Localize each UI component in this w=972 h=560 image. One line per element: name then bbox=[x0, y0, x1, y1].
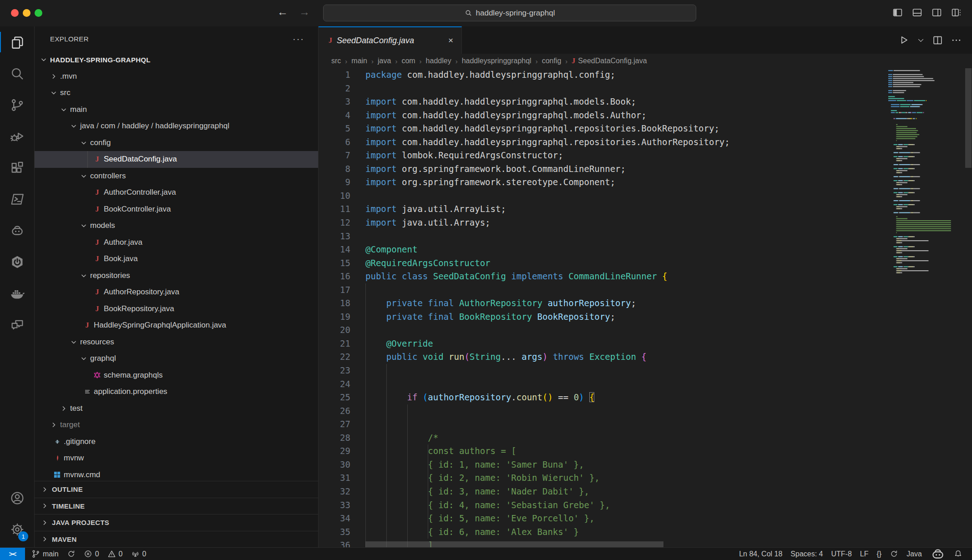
code-line-5[interactable]: 5import com.haddley.haddleyspringgraphql… bbox=[319, 122, 972, 136]
code-line-9[interactable]: 9import org.springframework.stereotype.C… bbox=[319, 176, 972, 189]
back-arrow-icon[interactable]: ← bbox=[277, 5, 289, 18]
tree-item-bookrepository-java[interactable]: JBookRepository.java bbox=[35, 301, 318, 318]
code-line-32[interactable]: 32 { id: 3, name: 'Nader Dabit' }, bbox=[319, 485, 972, 499]
toggle-sidebar-icon[interactable] bbox=[892, 7, 903, 18]
section-maven[interactable]: MAVEN bbox=[35, 531, 318, 548]
tree-item-authorrepository-java[interactable]: JAuthorRepository.java bbox=[35, 284, 318, 301]
code-line-28[interactable]: 28 /* bbox=[319, 431, 972, 445]
minimize-window-button[interactable] bbox=[23, 9, 30, 17]
tree-item-schema-graphqls[interactable]: schema.graphqls bbox=[35, 367, 318, 384]
code-line-1[interactable]: 1package com.haddley.haddleyspringgraphq… bbox=[319, 68, 972, 82]
activity-item-docker[interactable] bbox=[0, 277, 34, 309]
toggle-secondary-sidebar-icon[interactable] bbox=[931, 7, 942, 18]
status-ports[interactable]: 0 bbox=[127, 550, 151, 558]
minimap[interactable] bbox=[886, 68, 964, 275]
tree-item-models[interactable]: models bbox=[35, 217, 318, 234]
code-line-3[interactable]: 3import com.haddley.haddleyspringgraphql… bbox=[319, 95, 972, 109]
tab-seeddataconfig[interactable]: J SeedDataConfig.java × bbox=[319, 26, 462, 54]
section-java-projects[interactable]: JAVA PROJECTS bbox=[35, 514, 318, 531]
section-outline[interactable]: OUTLINE bbox=[35, 481, 318, 498]
breadcrumb-item-config[interactable]: config bbox=[542, 57, 562, 65]
code-line-34[interactable]: 34 { id: 5, name: 'Eve Porcello' }, bbox=[319, 512, 972, 525]
code-line-12[interactable]: 12import java.util.Arrays; bbox=[319, 216, 972, 230]
toggle-panel-icon[interactable] bbox=[911, 7, 923, 18]
horizontal-scrollbar[interactable] bbox=[365, 541, 663, 547]
status-git-branch[interactable]: main bbox=[27, 550, 63, 558]
section-timeline[interactable]: TIMELINE bbox=[35, 498, 318, 515]
status-cursor-position[interactable]: Ln 84, Col 18 bbox=[735, 550, 786, 558]
activity-item-copilot[interactable] bbox=[0, 215, 34, 246]
activity-item-comments[interactable] bbox=[0, 309, 34, 340]
zoom-window-button[interactable] bbox=[35, 9, 42, 17]
tree-item--gitignore[interactable]: .gitignore bbox=[35, 434, 318, 450]
more-actions-button[interactable] bbox=[951, 35, 962, 46]
code-editor[interactable]: 1package com.haddley.haddleyspringgraphq… bbox=[319, 68, 972, 547]
code-line-20[interactable]: 20 bbox=[319, 323, 972, 337]
tree-item-seeddataconfig-java[interactable]: JSeedDataConfig.java bbox=[35, 151, 318, 168]
breadcrumb-item-haddley[interactable]: haddley bbox=[426, 57, 451, 65]
code-line-19[interactable]: 19 private final BookRepository BookRepo… bbox=[319, 310, 972, 324]
tree-item-test[interactable]: test bbox=[35, 400, 318, 417]
status-problems-warnings[interactable]: 0 bbox=[103, 550, 127, 558]
code-line-15[interactable]: 15@RequiredArgsConstructor bbox=[319, 257, 972, 270]
activity-item-accounts[interactable] bbox=[0, 482, 35, 514]
activity-item-spring-boot[interactable] bbox=[0, 246, 34, 277]
code-line-11[interactable]: 11import java.util.ArrayList; bbox=[319, 202, 972, 216]
breadcrumb-item-main[interactable]: main bbox=[351, 57, 367, 65]
activity-item-search[interactable] bbox=[0, 58, 34, 89]
customize-layout-icon[interactable] bbox=[951, 7, 962, 18]
tree-item-repositories[interactable]: repositories bbox=[35, 267, 318, 284]
tree-item--mvn[interactable]: .mvn bbox=[35, 68, 318, 85]
tree-item-target[interactable]: target bbox=[35, 417, 318, 434]
activity-item-explorer[interactable] bbox=[0, 26, 34, 58]
tree-item-resources[interactable]: resources bbox=[35, 334, 318, 351]
status-java-server-status[interactable] bbox=[886, 550, 902, 558]
tree-item-java-com-haddley-haddleyspringgraphql[interactable]: java / com / haddley / haddleyspringgrap… bbox=[35, 118, 318, 135]
activity-item-run-and-debug[interactable] bbox=[0, 121, 34, 152]
breadcrumb-item-java[interactable]: java bbox=[378, 57, 391, 65]
close-window-button[interactable] bbox=[11, 9, 19, 17]
explorer-more-actions-icon[interactable]: ··· bbox=[293, 34, 304, 44]
breadcrumb-item-src[interactable]: src bbox=[331, 57, 341, 65]
breadcrumb-item-haddleyspringgraphql[interactable]: haddleyspringgraphql bbox=[462, 57, 532, 65]
status-language-java[interactable]: Java bbox=[902, 550, 926, 558]
code-line-21[interactable]: 21 @Override bbox=[319, 337, 972, 351]
code-line-18[interactable]: 18 private final AuthorRepository author… bbox=[319, 297, 972, 310]
status-eol[interactable]: LF bbox=[856, 550, 873, 558]
activity-item-terminal[interactable] bbox=[0, 183, 34, 215]
tree-item-config[interactable]: config bbox=[35, 135, 318, 151]
status-copilot-status[interactable] bbox=[926, 546, 950, 560]
tree-item-haddleyspringgraphqlapplication-java[interactable]: JHaddleySpringGraphqlApplication.java bbox=[35, 317, 318, 334]
tree-item-main[interactable]: main bbox=[35, 101, 318, 118]
code-line-2[interactable]: 2 bbox=[319, 82, 972, 96]
code-line-6[interactable]: 6import com.haddley.haddleyspringgraphql… bbox=[319, 136, 972, 149]
tree-item-book-java[interactable]: JBook.java bbox=[35, 251, 318, 267]
code-line-33[interactable]: 33 { id: 4, name: 'Sebastian Grebe' }, bbox=[319, 499, 972, 512]
code-line-17[interactable]: 17 bbox=[319, 283, 972, 297]
split-editor-button[interactable] bbox=[932, 35, 943, 46]
code-line-10[interactable]: 10 bbox=[319, 189, 972, 203]
code-line-22[interactable]: 22 public void run(String... args) throw… bbox=[319, 350, 972, 364]
close-tab-icon[interactable]: × bbox=[448, 35, 453, 45]
vertical-scrollbar[interactable] bbox=[965, 68, 972, 168]
run-dropdown-button[interactable] bbox=[917, 36, 925, 44]
forward-arrow-icon[interactable]: → bbox=[299, 5, 310, 18]
tree-item-authorcontroller-java[interactable]: JAuthorController.java bbox=[35, 184, 318, 201]
tree-item-controllers[interactable]: controllers bbox=[35, 168, 318, 185]
code-line-35[interactable]: 35 { id: 6, name: 'Alex Banks' } bbox=[319, 525, 972, 539]
status-language-mode[interactable]: {} bbox=[873, 550, 886, 558]
tree-item-graphql[interactable]: graphql bbox=[35, 350, 318, 367]
run-button[interactable] bbox=[898, 34, 910, 46]
tree-root[interactable]: HADDLEY-SPRING-GRAPHQL bbox=[35, 51, 318, 68]
code-line-27[interactable]: 27 bbox=[319, 418, 972, 431]
code-line-4[interactable]: 4import com.haddley.haddleyspringgraphql… bbox=[319, 109, 972, 122]
activity-item-extensions[interactable] bbox=[0, 152, 34, 183]
code-line-13[interactable]: 13 bbox=[319, 230, 972, 243]
status-git-sync[interactable] bbox=[63, 550, 80, 558]
code-line-30[interactable]: 30 { id: 1, name: 'Samer Buna' }, bbox=[319, 458, 972, 472]
remote-indicator[interactable]: >< bbox=[0, 548, 25, 560]
command-center-search[interactable]: haddley-spring-graphql bbox=[323, 5, 696, 21]
code-line-7[interactable]: 7import lombok.RequiredArgsConstructor; bbox=[319, 149, 972, 162]
status-notifications[interactable] bbox=[950, 550, 967, 558]
tree-item-author-java[interactable]: JAuthor.java bbox=[35, 234, 318, 251]
